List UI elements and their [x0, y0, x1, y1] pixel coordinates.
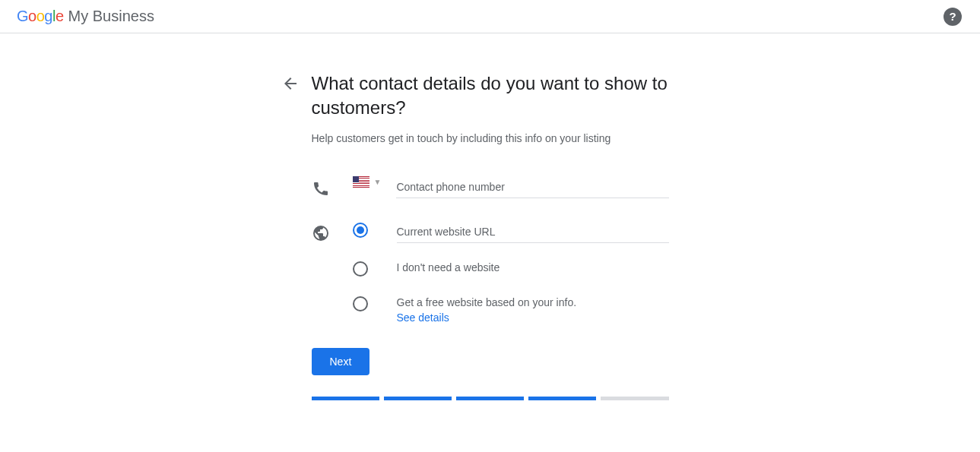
progress-bar: [312, 397, 669, 400]
flag-us-icon: [353, 176, 369, 188]
brand-logo: Google My Business: [17, 8, 154, 25]
back-arrow-icon[interactable]: [281, 74, 300, 93]
website-url-input[interactable]: [397, 221, 669, 243]
progress-segment: [456, 397, 524, 400]
see-details-link[interactable]: See details: [397, 311, 669, 324]
phone-row: ▼: [312, 176, 669, 198]
progress-segment: [601, 397, 668, 400]
app-header: Google My Business ?: [0, 0, 980, 33]
main-content: What contact details do you want to show…: [0, 33, 980, 400]
free-website-row: Get a free website based on your info. S…: [312, 295, 669, 324]
phone-input[interactable]: [396, 176, 668, 198]
globe-icon: [312, 224, 330, 242]
website-row: [312, 221, 669, 243]
phone-icon: [312, 179, 330, 198]
radio-free-website[interactable]: [353, 296, 368, 311]
country-selector[interactable]: ▼: [353, 176, 382, 188]
page-subtitle: Help customers get in touch by including…: [312, 131, 669, 146]
radio-no-website[interactable]: [353, 261, 368, 277]
no-website-label: I don't need a website: [397, 260, 669, 275]
free-website-label: Get a free website based on your info.: [397, 295, 669, 310]
progress-segment: [384, 397, 452, 400]
progress-segment: [528, 397, 596, 400]
progress-segment: [312, 397, 379, 400]
product-name: My Business: [68, 8, 154, 25]
chevron-down-icon: ▼: [374, 178, 382, 186]
radio-current-website[interactable]: [353, 223, 368, 238]
page-title: What contact details do you want to show…: [312, 71, 669, 120]
next-button[interactable]: Next: [312, 348, 370, 375]
google-logo: Google: [17, 8, 64, 25]
no-website-row: I don't need a website: [312, 260, 669, 277]
help-icon[interactable]: ?: [944, 8, 962, 26]
